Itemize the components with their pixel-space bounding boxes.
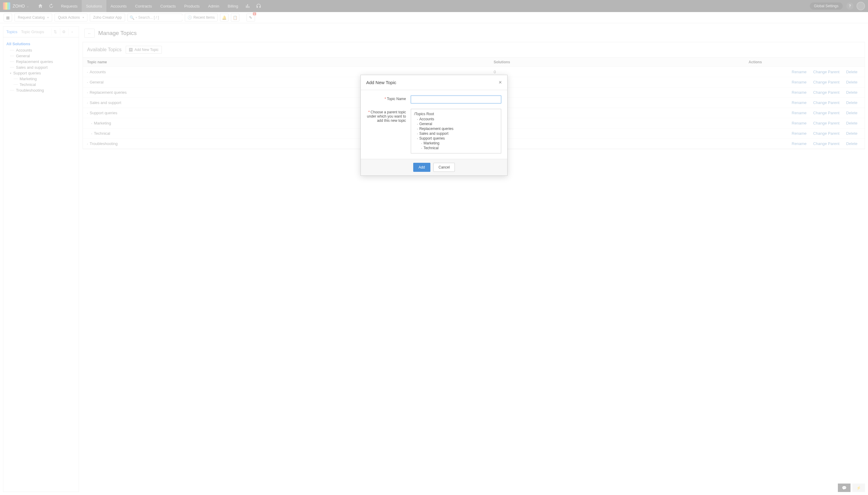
topic-name-input[interactable] xyxy=(411,96,501,103)
add-button[interactable]: Add xyxy=(413,163,430,172)
parent-topic-tree[interactable]: /Topics Root AccountsGeneralReplacement … xyxy=(411,109,501,153)
root-topic-item[interactable]: /Topics Root xyxy=(414,112,498,116)
parent-topic-item[interactable]: Technical xyxy=(414,146,498,150)
topic-name-label: *Topic Name xyxy=(367,96,406,103)
parent-topic-item[interactable]: Marketing xyxy=(414,141,498,146)
parent-topic-item[interactable]: Replacement queries xyxy=(414,126,498,131)
parent-topic-item[interactable]: Accounts xyxy=(414,117,498,121)
parent-topic-item[interactable]: Support queries xyxy=(414,136,498,141)
modal-title: Add New Topic xyxy=(366,80,396,85)
modal-overlay xyxy=(0,0,868,495)
parent-topic-label: *Choose a parent topic under which you w… xyxy=(367,109,406,153)
cancel-button[interactable]: Cancel xyxy=(433,163,455,172)
add-topic-modal: Add New Topic × *Topic Name *Choose a pa… xyxy=(361,75,507,176)
parent-topic-item[interactable]: General xyxy=(414,121,498,126)
close-icon[interactable]: × xyxy=(499,79,502,86)
parent-topic-item[interactable]: Sales and support xyxy=(414,131,498,136)
